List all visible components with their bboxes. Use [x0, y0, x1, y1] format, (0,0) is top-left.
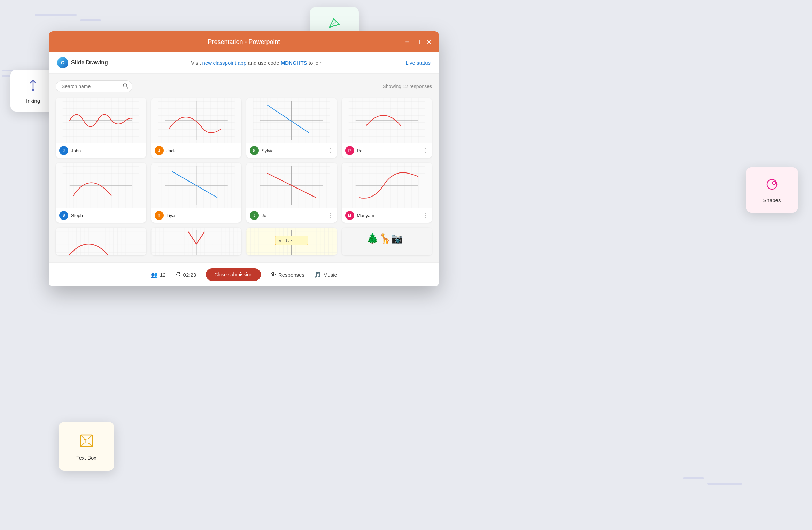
- live-status-button[interactable]: Live status: [405, 60, 431, 66]
- avatar-sylvia: S: [250, 146, 259, 155]
- card-graph-tiya: [151, 163, 242, 208]
- response-card-steph: S Steph ⋮: [56, 163, 146, 223]
- responses-label: Responses: [278, 272, 304, 278]
- avatar-jo: J: [250, 211, 259, 220]
- student-name-steph: Steph: [71, 213, 134, 218]
- student-name-jo: Jo: [262, 213, 325, 218]
- student-name-sylvia: Sylvia: [262, 148, 325, 153]
- student-name-jack: Jack: [167, 148, 230, 153]
- response-card-pat: P Pat ⋮: [342, 98, 432, 158]
- student-name-john: John: [71, 148, 134, 153]
- partial-card-4: 🌲🦒📷: [342, 228, 432, 255]
- join-text: and use code: [246, 60, 280, 66]
- partial-card-1: [56, 228, 146, 255]
- card-menu-jo[interactable]: ⋮: [328, 212, 333, 219]
- bottom-bar: 👥 12 ⏱ 02:23 Close submission 👁 Response…: [49, 262, 439, 286]
- shapes-panel: Shapes: [746, 167, 798, 213]
- search-input[interactable]: [56, 80, 132, 92]
- svg-line-2: [80, 435, 84, 439]
- logo-icon: C: [57, 57, 68, 68]
- svg-text:🌲🦒📷: 🌲🦒📷: [366, 232, 403, 245]
- svg-line-5: [88, 443, 92, 447]
- response-card-tiya: T Tiya ⋮: [151, 163, 242, 223]
- close-button[interactable]: ✕: [426, 38, 432, 45]
- shapes-label: Shapes: [763, 197, 781, 203]
- response-card-mariyam: M Mariyam ⋮: [342, 163, 432, 223]
- main-window: Presentation - Powerpoint − □ ✕ C Slide …: [49, 31, 439, 286]
- visit-link[interactable]: new.classpoint.app: [202, 60, 247, 66]
- app-name: Slide Drawing: [71, 60, 108, 66]
- card-footer-john: J John ⋮: [56, 143, 146, 158]
- student-name-mariyam: Mariyam: [357, 213, 420, 218]
- search-input-wrap: [56, 80, 132, 92]
- minimize-button[interactable]: −: [405, 38, 409, 45]
- window-title: Presentation - Powerpoint: [208, 38, 280, 46]
- avatar-pat: P: [345, 146, 354, 155]
- student-count-stat: 👥 12: [151, 271, 166, 278]
- card-graph-steph: [56, 163, 146, 208]
- avatar-jack: J: [155, 146, 164, 155]
- search-bar: Showing 12 responses: [56, 80, 432, 92]
- timer-stat: ⏱ 02:23: [176, 271, 196, 278]
- join-code: MDNGHTS: [281, 60, 307, 66]
- music-icon: 🎵: [314, 271, 321, 278]
- card-menu-sylvia[interactable]: ⋮: [328, 147, 333, 154]
- avatar-john: J: [59, 146, 68, 155]
- textbox-panel: T Text Box: [59, 422, 114, 471]
- card-footer-pat: P Pat ⋮: [342, 143, 432, 158]
- header-center: Visit new.classpoint.app and use code MD…: [108, 60, 405, 66]
- response-card-jack: J Jack ⋮: [151, 98, 242, 158]
- svg-point-0: [32, 89, 34, 91]
- eye-icon: 👁: [271, 271, 276, 278]
- card-menu-mariyam[interactable]: ⋮: [423, 212, 428, 219]
- card-graph-jack: [151, 98, 242, 143]
- search-icon: [123, 83, 128, 90]
- visit-text: Visit: [191, 60, 202, 66]
- partial-grid: e = 1 / x 🌲🦒📷: [56, 228, 432, 255]
- svg-line-3: [88, 435, 92, 439]
- partial-card-2: [151, 228, 242, 255]
- card-graph-sylvia: [246, 98, 337, 143]
- close-submission-button[interactable]: Close submission: [206, 268, 261, 281]
- card-menu-steph[interactable]: ⋮: [137, 212, 143, 219]
- responses-count: Showing 12 responses: [382, 84, 432, 89]
- avatar-tiya: T: [155, 211, 164, 220]
- people-icon: 👥: [151, 271, 158, 278]
- svg-point-8: [772, 181, 776, 185]
- main-content: Showing 12 responses J: [49, 74, 439, 262]
- svg-line-10: [126, 87, 128, 88]
- card-footer-sylvia: S Sylvia ⋮: [246, 143, 337, 158]
- card-menu-jack[interactable]: ⋮: [232, 147, 238, 154]
- responses-stat: 👁 Responses: [271, 271, 304, 278]
- textbox-icon: T: [78, 432, 95, 453]
- card-footer-mariyam: M Mariyam ⋮: [342, 208, 432, 223]
- partial-card-3: e = 1 / x: [246, 228, 337, 255]
- card-menu-tiya[interactable]: ⋮: [232, 212, 238, 219]
- inking-label: Inking: [26, 98, 40, 104]
- clock-icon: ⏱: [176, 271, 181, 278]
- svg-text:e = 1 / x: e = 1 / x: [279, 238, 293, 243]
- student-name-tiya: Tiya: [167, 213, 230, 218]
- app-logo: C Slide Drawing: [57, 57, 108, 68]
- window-controls: − □ ✕: [405, 38, 432, 45]
- maximize-button[interactable]: □: [416, 38, 420, 45]
- student-name-pat: Pat: [357, 148, 420, 153]
- response-grid: J John ⋮: [56, 98, 432, 223]
- svg-text:T: T: [84, 439, 87, 444]
- music-label: Music: [323, 272, 337, 278]
- card-footer-steph: S Steph ⋮: [56, 208, 146, 223]
- card-graph-jo: [246, 163, 337, 208]
- card-menu-john[interactable]: ⋮: [137, 147, 143, 154]
- card-footer-jo: J Jo ⋮: [246, 208, 337, 223]
- avatar-mariyam: M: [345, 211, 354, 220]
- join-suffix: to join: [307, 60, 323, 66]
- response-card-sylvia: S Sylvia ⋮: [246, 98, 337, 158]
- card-footer-tiya: T Tiya ⋮: [151, 208, 242, 223]
- avatar-steph: S: [59, 211, 68, 220]
- shapes-icon: [764, 177, 780, 195]
- app-header: C Slide Drawing Visit new.classpoint.app…: [49, 52, 439, 74]
- card-graph-john: [56, 98, 146, 143]
- inking-icon: [25, 77, 41, 96]
- response-card-jo: J Jo ⋮: [246, 163, 337, 223]
- card-menu-pat[interactable]: ⋮: [423, 147, 428, 154]
